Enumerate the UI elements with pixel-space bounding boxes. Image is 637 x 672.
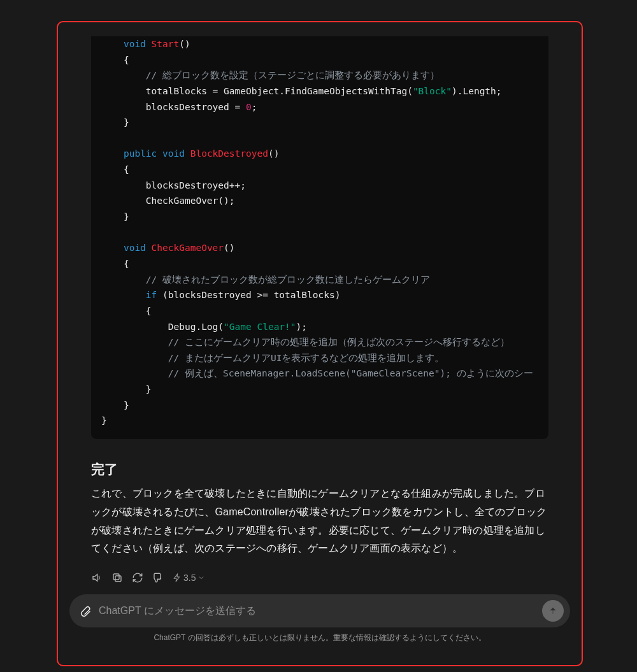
svg-rect-0 <box>115 576 121 582</box>
message-input[interactable] <box>99 605 536 617</box>
composer-area: ChatGPT の回答は必ずしも正しいとは限りません。重要な情報は確認するように… <box>69 594 570 643</box>
section-body: これで、ブロックを全て破壊したときに自動的にゲームクリアとなる仕組みが完成しまし… <box>91 485 548 558</box>
model-label: 3.5 <box>183 573 196 583</box>
send-button[interactable] <box>542 600 564 622</box>
section-title: 完了 <box>91 461 548 478</box>
model-switcher[interactable]: 3.5 <box>173 573 205 583</box>
message-actions: 3.5 <box>91 572 548 583</box>
disclaimer-text: ChatGPT の回答は必ずしも正しいとは限りません。重要な情報は確認するように… <box>69 633 570 643</box>
code-content: void Start() { // 総ブロック数を設定（ステージごとに調整する必… <box>91 36 548 433</box>
copy-icon[interactable] <box>111 572 123 583</box>
attach-icon[interactable] <box>78 604 92 618</box>
code-block: void Start() { // 総ブロック数を設定（ステージごとに調整する必… <box>91 36 548 439</box>
svg-rect-1 <box>113 574 119 580</box>
bad-response-icon[interactable] <box>152 572 164 583</box>
read-aloud-icon[interactable] <box>91 572 103 583</box>
highlight-frame: void Start() { // 総ブロック数を設定（ステージごとに調整する必… <box>57 21 583 666</box>
regenerate-icon[interactable] <box>132 572 143 583</box>
composer[interactable] <box>69 594 570 627</box>
